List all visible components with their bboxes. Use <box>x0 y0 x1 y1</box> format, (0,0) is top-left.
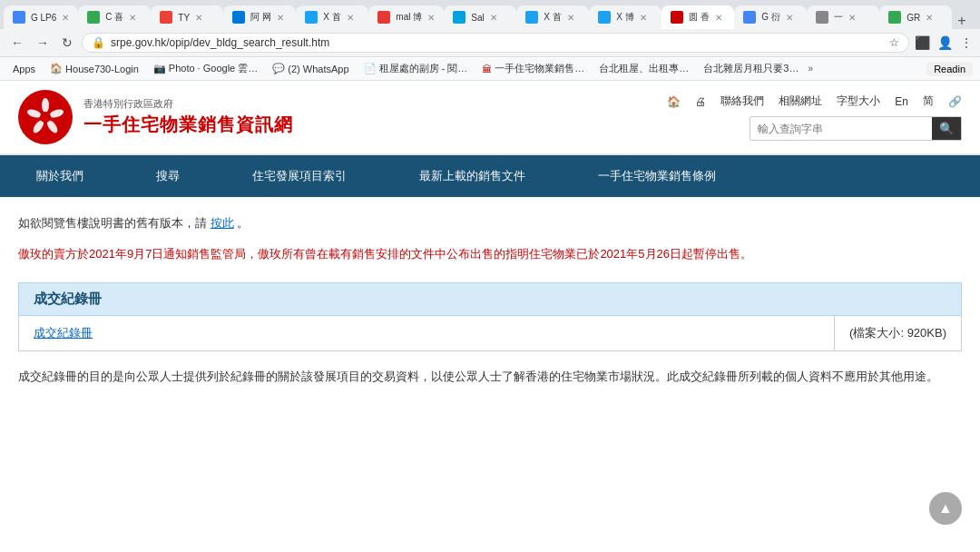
tab-4[interactable]: 阿 网 ✕ <box>223 5 296 29</box>
settings-icon[interactable]: ⋮ <box>960 35 973 50</box>
tab-6[interactable]: mal 博 ✕ <box>368 5 444 29</box>
notice-text-suffix: 。 <box>237 216 249 230</box>
tab-favicon <box>671 11 683 24</box>
star-icon[interactable]: ☆ <box>889 36 899 49</box>
tab-close[interactable]: ✕ <box>715 13 722 23</box>
tab-1[interactable]: G LP6 ✕ <box>4 5 78 29</box>
svg-point-1 <box>42 98 49 113</box>
tab-close[interactable]: ✕ <box>848 13 856 23</box>
tab-close[interactable]: ✕ <box>490 13 497 23</box>
bookmark-icon: 🏠 <box>50 63 63 74</box>
forward-button[interactable]: → <box>33 34 53 52</box>
header-lang-en[interactable]: En <box>895 95 908 108</box>
site-main-content: 如欲閱覽售樓說明書的舊有版本，請 按此 。 傲玫的賣方於2021年9月7日通知銷… <box>0 197 980 405</box>
bookmark-whatsapp[interactable]: 💬 (2) WhatsApp <box>267 61 354 76</box>
old-version-notice: 如欲閱覽售樓說明書的舊有版本，請 按此 。 <box>18 215 962 232</box>
bookmark-apps[interactable]: Apps <box>7 62 41 76</box>
tab-favicon <box>453 11 466 24</box>
back-button[interactable]: ← <box>7 34 27 52</box>
bookmarks-more[interactable]: » <box>808 64 813 74</box>
bookmark-icon: 📄 <box>364 63 377 74</box>
site-header: 香港特別行政區政府 一手住宅物業銷售資訊網 🏠 🖨 聯絡我們 相關網址 字型大小… <box>0 81 980 155</box>
bookmark-icon: 📷 <box>153 63 166 74</box>
svg-point-6 <box>40 112 51 123</box>
bookmarks-bar: Apps 🏠 House730-Login 📷 Photo · Google 雲… <box>0 57 980 81</box>
header-print-icon[interactable]: 🖨 <box>695 95 706 108</box>
reload-button[interactable]: ↻ <box>58 34 76 52</box>
tab-8[interactable]: X 首 ✕ <box>516 5 589 29</box>
tab-3[interactable]: TY ✕ <box>151 5 223 29</box>
tab-11[interactable]: G 衍 ✕ <box>734 5 807 29</box>
reading-mode-button[interactable]: Readin <box>926 62 973 76</box>
header-related-sites[interactable]: 相關網址 <box>779 94 822 109</box>
gov-name: 香港特別行政區政府 <box>83 97 293 111</box>
bookmark-srpe[interactable]: 🏛 一手住宅物業銷售… <box>476 60 590 77</box>
tab-13[interactable]: GR ✕ <box>879 5 952 29</box>
bookmark-house730[interactable]: 🏠 House730-Login <box>44 61 144 76</box>
tab-close[interactable]: ✕ <box>640 13 647 23</box>
header-font-size[interactable]: 字型大小 <box>837 94 880 109</box>
nav-latest-sales[interactable]: 最新上載的銷售文件 <box>383 155 562 197</box>
site-nav: 關於我們 搜尋 住宅發展項目索引 最新上載的銷售文件 一手住宅物業銷售條例 <box>0 155 980 197</box>
tab-5[interactable]: X 首 ✕ <box>296 5 368 29</box>
browser-tabs-bar: G LP6 ✕ C 喜 ✕ TY ✕ 阿 网 ✕ X 首 ✕ mal 博 ✕ S… <box>0 0 980 29</box>
warning-notice: 傲玫的賣方於2021年9月7日通知銷售監管局，傲玫所有曾在載有銷售安排的文件中公… <box>18 244 962 264</box>
tab-favicon <box>87 11 100 24</box>
nav-search[interactable]: 搜尋 <box>120 155 216 197</box>
tab-favicon <box>888 11 901 24</box>
tab-favicon <box>232 11 245 24</box>
tab-7[interactable]: Sal ✕ <box>444 5 516 29</box>
tab-close[interactable]: ✕ <box>567 13 574 23</box>
transaction-register-size: (檔案大小: 920KB) <box>835 316 961 350</box>
header-lang-cn[interactable]: 简 <box>923 94 934 109</box>
tab-12[interactable]: 一 ✕ <box>807 5 879 29</box>
add-tab-button[interactable]: + <box>952 13 971 29</box>
tab-2[interactable]: C 喜 ✕ <box>78 5 151 29</box>
site-wrapper: 香港特別行政區政府 一手住宅物業銷售資訊網 🏠 🖨 聯絡我們 相關網址 字型大小… <box>0 81 980 405</box>
section-title: 成交紀錄冊 <box>34 291 102 306</box>
url-bar[interactable]: 🔒 srpe.gov.hk/opip/dev_bldg_search_resul… <box>82 33 909 53</box>
account-icon[interactable]: 👤 <box>937 35 953 50</box>
tab-favicon <box>305 11 318 24</box>
tab-favicon <box>743 11 756 24</box>
bookmark-room[interactable]: 📄 租屋處的副房 - 閱… <box>358 60 474 77</box>
browser-action-icons: ⬛ 👤 ⋮ <box>915 35 973 50</box>
tab-close[interactable]: ✕ <box>195 13 202 23</box>
tab-9[interactable]: X 博 ✕ <box>589 5 662 29</box>
hk-emblem <box>18 90 73 144</box>
transaction-register-link[interactable]: 成交紀錄冊 <box>19 316 835 350</box>
header-right: 🏠 🖨 聯絡我們 相關網址 字型大小 En 简 🔗 🔍 <box>667 94 962 141</box>
nav-project-index[interactable]: 住宅發展項目索引 <box>216 155 383 197</box>
tab-close[interactable]: ✕ <box>62 13 69 23</box>
notice-link[interactable]: 按此 <box>211 216 234 230</box>
header-home-icon[interactable]: 🏠 <box>667 95 681 108</box>
bookmark-taipei-monthly[interactable]: 台北雜居月租只要3… <box>698 60 804 77</box>
bookmark-photo[interactable]: 📷 Photo · Google 雲… <box>148 60 263 77</box>
tab-close[interactable]: ✕ <box>786 13 793 23</box>
header-links: 🏠 🖨 聯絡我們 相關網址 字型大小 En 简 🔗 <box>667 94 962 109</box>
tab-close[interactable]: ✕ <box>347 13 354 23</box>
tab-close[interactable]: ✕ <box>277 13 284 23</box>
tab-favicon <box>377 11 390 24</box>
table-row: 成交紀錄冊 (檔案大小: 920KB) <box>19 316 961 350</box>
transaction-description: 成交紀錄冊的目的是向公眾人士提供列於紀錄冊的關於該發展項目的交易資料，以使公眾人… <box>18 366 962 387</box>
header-contact[interactable]: 聯絡我們 <box>720 94 764 109</box>
header-share-icon[interactable]: 🔗 <box>948 95 962 108</box>
tab-favicon <box>13 11 25 24</box>
extensions-icon[interactable]: ⬛ <box>915 35 930 50</box>
bookmark-taipei-rent[interactable]: 台北租屋、出租專… <box>593 60 694 77</box>
bookmark-icon: 💬 <box>272 63 285 74</box>
nav-ordinance[interactable]: 一手住宅物業銷售條例 <box>562 155 752 197</box>
tab-10-active[interactable]: 圆 香 ✕ <box>662 5 734 29</box>
notice-text-prefix: 如欲閱覽售樓說明書的舊有版本，請 <box>18 216 207 230</box>
nav-about[interactable]: 關於我們 <box>0 155 120 197</box>
search-button[interactable]: 🔍 <box>932 117 961 140</box>
tab-close[interactable]: ✕ <box>427 13 435 23</box>
search-input[interactable] <box>750 119 932 139</box>
bookmark-icon: 🏛 <box>482 64 492 74</box>
search-box: 🔍 <box>750 116 962 141</box>
tab-close[interactable]: ✕ <box>926 13 933 23</box>
site-logo: 香港特別行政區政府 一手住宅物業銷售資訊網 <box>18 90 293 144</box>
browser-address-bar: ← → ↻ 🔒 srpe.gov.hk/opip/dev_bldg_search… <box>0 29 980 57</box>
tab-close[interactable]: ✕ <box>129 13 136 23</box>
